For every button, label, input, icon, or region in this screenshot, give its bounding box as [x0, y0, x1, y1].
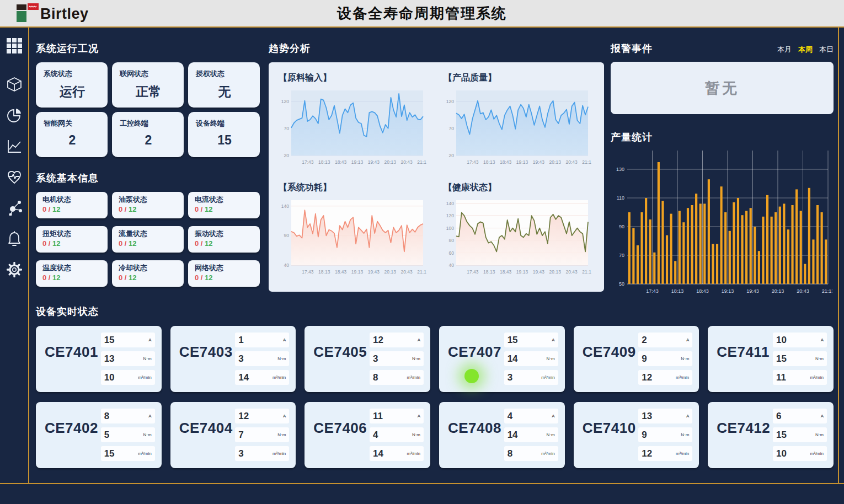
- device-unit: m³/min: [407, 375, 420, 380]
- device-value: 11: [776, 372, 786, 383]
- info-card-ratio: 0 / 12: [42, 274, 101, 282]
- device-values: 15A14N·m3m³/min: [504, 333, 558, 385]
- device-card[interactable]: CE740412A7N·m3m³/min: [170, 402, 296, 468]
- device-value: 13: [642, 411, 652, 422]
- status-card-value: 无: [196, 83, 253, 100]
- svg-text:19:43: 19:43: [746, 288, 759, 294]
- info-card-label: 温度状态: [42, 263, 101, 273]
- device-value: 10: [776, 335, 787, 346]
- device-value-row: 8m³/min: [504, 446, 558, 461]
- svg-text:21:13: 21:13: [417, 159, 426, 165]
- info-card-ratio: 0 / 12: [195, 205, 253, 213]
- apps-grid-icon[interactable]: [6, 37, 23, 54]
- svg-text:19:13: 19:13: [516, 159, 528, 165]
- device-value: 7: [238, 430, 243, 441]
- device-unit: m³/min: [541, 451, 554, 456]
- device-unit: A: [552, 337, 554, 342]
- device-unit: N·m: [412, 432, 420, 437]
- info-card-label: 电流状态: [195, 195, 253, 205]
- device-value-row: 4A: [504, 409, 558, 423]
- device-card[interactable]: CE74031A3N·m14m³/min: [170, 326, 296, 392]
- device-value: 15: [104, 448, 115, 459]
- device-card[interactable]: CE74028A5N·m15m³/min: [36, 402, 162, 468]
- device-card[interactable]: CE74092A9N·m12m³/min: [574, 326, 699, 392]
- device-value-row: 2A: [638, 333, 692, 347]
- device-card[interactable]: CE740115A13N·m10m³/min: [36, 326, 162, 392]
- status-card-value: 2: [120, 133, 177, 148]
- system-info-title: 系统基本信息: [36, 171, 260, 185]
- cube-icon[interactable]: [6, 76, 23, 93]
- info-card-label: 流量状态: [119, 229, 177, 239]
- device-value-row: 14m³/min: [235, 370, 289, 385]
- line-chart-product_quality: 207012017:4318:1318:4319:1319:4320:1320:…: [441, 85, 591, 172]
- device-card[interactable]: CE74126A15N·m10m³/min: [708, 402, 834, 468]
- device-value-row: 15A: [101, 333, 155, 347]
- trend-chart-product_quality: 【产品质量】207012017:4318:1318:4319:1319:4320…: [441, 69, 596, 174]
- alarm-tab-本周[interactable]: 本周: [798, 45, 813, 55]
- alarm-tab-本月[interactable]: 本月: [777, 45, 792, 55]
- device-unit: m³/min: [273, 451, 286, 456]
- svg-text:19:13: 19:13: [722, 288, 734, 294]
- device-value-row: 11m³/min: [773, 370, 827, 385]
- svg-text:20:13: 20:13: [549, 159, 562, 165]
- info-card: 扭矩状态0 / 12: [36, 226, 108, 253]
- alarm-title: 报警事件: [611, 42, 653, 55]
- device-value-row: 3m³/min: [504, 370, 558, 385]
- info-ratio-total: 12: [205, 274, 212, 282]
- alarm-empty-card: 暂无: [611, 62, 834, 114]
- pie-chart-icon[interactable]: [6, 107, 23, 124]
- device-unit: A: [418, 414, 420, 419]
- device-value: 6: [776, 411, 781, 422]
- device-value-row: 15A: [504, 333, 558, 347]
- page-title: 设备全寿命周期管理系统: [0, 4, 844, 23]
- device-value-row: 10m³/min: [101, 370, 155, 385]
- device-card[interactable]: CE740512A3N·m8m³/min: [305, 326, 430, 392]
- health-monitor-icon[interactable]: [6, 169, 23, 185]
- device-unit: m³/min: [407, 451, 420, 456]
- svg-text:18:13: 18:13: [318, 269, 330, 275]
- device-value-row: 10A: [773, 333, 827, 347]
- network-nodes-icon[interactable]: [6, 200, 23, 216]
- panel-trend: 趋势分析 【原料输入】207012017:4318:1318:4319:1319…: [269, 42, 604, 292]
- line-chart-icon[interactable]: [6, 138, 23, 154]
- device-card[interactable]: CE740715A14N·m3m³/min: [439, 326, 565, 392]
- device-unit: A: [821, 414, 824, 419]
- device-card[interactable]: CE741110A15N·m11m³/min: [708, 326, 834, 392]
- info-card-label: 油泵状态: [119, 195, 177, 205]
- device-value: 12: [238, 411, 249, 422]
- info-ratio-current: 0 /: [195, 274, 205, 282]
- device-value-row: 4N·m: [370, 427, 424, 442]
- device-unit: A: [283, 414, 286, 419]
- device-unit: N·m: [412, 356, 420, 361]
- info-ratio-total: 12: [205, 239, 212, 248]
- device-value: 10: [104, 372, 115, 383]
- alarm-tab-本日[interactable]: 本日: [819, 45, 834, 55]
- device-unit: N·m: [815, 432, 824, 437]
- svg-text:120: 120: [446, 213, 454, 218]
- info-card-label: 扭矩状态: [42, 229, 101, 239]
- device-value: 15: [776, 353, 787, 364]
- gear-icon[interactable]: [6, 261, 23, 278]
- info-card: 流量状态0 / 12: [112, 226, 184, 253]
- bell-icon[interactable]: [6, 230, 23, 247]
- status-card: 授权状态无: [188, 62, 260, 108]
- device-value-row: 13A: [638, 409, 692, 423]
- device-name: CE7406: [313, 420, 370, 462]
- svg-text:17:43: 17:43: [302, 159, 314, 165]
- device-values: 12A7N·m3m³/min: [235, 409, 289, 462]
- device-card[interactable]: CE74084A14N·m8m³/min: [439, 402, 565, 468]
- info-ratio-total: 12: [129, 239, 136, 248]
- svg-text:20:13: 20:13: [772, 288, 784, 294]
- status-card: 工控终端2: [112, 112, 184, 157]
- production-bar-chart: 17:4318:1318:4319:1319:4320:1320:4321:13…: [611, 147, 834, 302]
- device-card[interactable]: CE740611A4N·m14m³/min: [305, 402, 430, 468]
- device-unit: N·m: [815, 356, 824, 361]
- device-value: 8: [508, 448, 512, 459]
- info-ratio-total: 12: [205, 205, 212, 213]
- device-value-row: 1A: [235, 333, 289, 347]
- info-card-ratio: 0 / 12: [42, 205, 101, 213]
- svg-text:20:43: 20:43: [400, 269, 413, 275]
- status-card-label: 设备终端: [196, 119, 253, 128]
- device-card[interactable]: CE741013A9N·m12m³/min: [574, 402, 699, 468]
- device-values: 8A5N·m15m³/min: [101, 409, 155, 462]
